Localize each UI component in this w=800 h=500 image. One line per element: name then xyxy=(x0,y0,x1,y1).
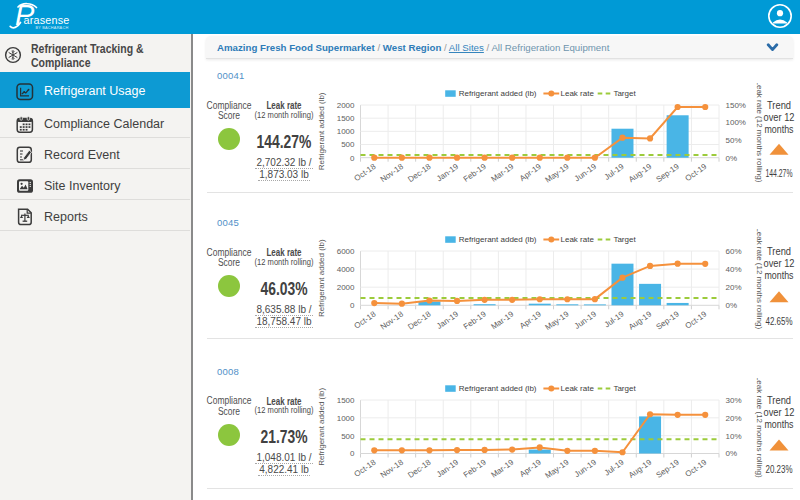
svg-text:Feb-19: Feb-19 xyxy=(462,161,488,183)
svg-text:Apr-19: Apr-19 xyxy=(518,161,543,182)
svg-text:0: 0 xyxy=(350,449,355,458)
svg-text:Trend: Trend xyxy=(767,394,791,405)
svg-text:Apr-19: Apr-19 xyxy=(518,457,543,478)
svg-text:May-19: May-19 xyxy=(543,309,570,332)
svg-text:Nov-18: Nov-18 xyxy=(379,161,406,183)
svg-text:Oct-19: Oct-19 xyxy=(684,457,709,478)
svg-text:Mar-19: Mar-19 xyxy=(489,309,515,331)
svg-text:0: 0 xyxy=(350,153,355,162)
svg-text:over 12: over 12 xyxy=(764,257,795,268)
svg-text:over 12: over 12 xyxy=(764,406,795,417)
svg-text:Dec-18: Dec-18 xyxy=(406,309,433,331)
svg-text:20%: 20% xyxy=(726,414,742,423)
svg-text:over 12: over 12 xyxy=(764,111,795,122)
svg-text:Leak rate (12 months rolling): Leak rate (12 months rolling) xyxy=(755,83,764,183)
svg-text:20.23%: 20.23% xyxy=(766,464,793,475)
svg-text:Jul-19: Jul-19 xyxy=(603,309,626,329)
svg-text:months: months xyxy=(765,418,794,429)
svg-text:0: 0 xyxy=(350,301,355,310)
svg-text:Jul-19: Jul-19 xyxy=(603,457,626,477)
svg-text:Trend: Trend xyxy=(767,99,791,110)
svg-text:40%: 40% xyxy=(726,265,742,274)
svg-text:Jan-19: Jan-19 xyxy=(435,457,461,479)
svg-text:Dec-18: Dec-18 xyxy=(406,161,433,183)
svg-text:Trend: Trend xyxy=(767,245,791,256)
svg-text:May-19: May-19 xyxy=(543,161,570,184)
svg-text:42.65%: 42.65% xyxy=(766,315,793,326)
svg-text:Refrigerant added (lb): Refrigerant added (lb) xyxy=(317,92,326,170)
svg-text:Sep-19: Sep-19 xyxy=(654,457,681,479)
svg-text:500: 500 xyxy=(341,140,355,149)
svg-text:Refrigerant added (lb): Refrigerant added (lb) xyxy=(317,238,326,316)
svg-text:months: months xyxy=(765,123,794,134)
svg-text:May-19: May-19 xyxy=(543,457,570,480)
svg-text:Oct-18: Oct-18 xyxy=(353,457,378,478)
svg-text:Leak rate (12 months rolling): Leak rate (12 months rolling) xyxy=(755,229,764,329)
svg-text:0%: 0% xyxy=(726,153,738,162)
svg-text:0%: 0% xyxy=(726,301,738,310)
svg-text:Nov-18: Nov-18 xyxy=(379,457,406,479)
svg-text:20%: 20% xyxy=(726,283,742,292)
svg-text:60%: 60% xyxy=(726,246,742,255)
svg-text:Refrigerant added (lb): Refrigerant added (lb) xyxy=(317,387,326,465)
svg-text:Oct-18: Oct-18 xyxy=(353,161,378,182)
svg-text:Mar-19: Mar-19 xyxy=(489,161,515,183)
svg-text:Oct-18: Oct-18 xyxy=(353,309,378,330)
svg-text:arasense: arasense xyxy=(24,14,70,26)
svg-text:Refrigerant added (lb): Refrigerant added (lb) xyxy=(459,235,537,244)
svg-text:Jun-19: Jun-19 xyxy=(573,457,599,479)
svg-text:1000: 1000 xyxy=(337,414,355,423)
svg-text:Sep-19: Sep-19 xyxy=(654,161,681,183)
svg-text:Apr-19: Apr-19 xyxy=(518,309,543,330)
svg-text:1500: 1500 xyxy=(337,396,355,405)
svg-text:months: months xyxy=(765,269,794,280)
svg-text:0%: 0% xyxy=(726,449,738,458)
svg-text:10%: 10% xyxy=(726,431,742,440)
svg-text:150%: 150% xyxy=(726,101,746,110)
svg-text:1500: 1500 xyxy=(337,114,355,123)
svg-text:4000: 4000 xyxy=(337,265,355,274)
svg-text:144.27%: 144.27% xyxy=(766,168,793,179)
svg-text:6000: 6000 xyxy=(337,246,355,255)
svg-text:Feb-19: Feb-19 xyxy=(462,309,488,331)
svg-text:Jan-19: Jan-19 xyxy=(435,309,461,331)
svg-text:Target: Target xyxy=(613,235,636,244)
svg-text:Leak rate (12 months rolling): Leak rate (12 months rolling) xyxy=(755,378,764,478)
svg-text:Aug-19: Aug-19 xyxy=(627,161,654,183)
svg-text:Nov-18: Nov-18 xyxy=(379,309,406,331)
svg-text:Feb-19: Feb-19 xyxy=(462,457,488,479)
svg-text:100%: 100% xyxy=(726,118,746,127)
svg-text:500: 500 xyxy=(341,431,355,440)
svg-text:Refrigerant added (lb): Refrigerant added (lb) xyxy=(459,89,537,98)
svg-text:Jul-19: Jul-19 xyxy=(603,161,626,181)
svg-text:Aug-19: Aug-19 xyxy=(627,309,654,331)
svg-text:Leak rate: Leak rate xyxy=(561,235,595,244)
svg-text:Mar-19: Mar-19 xyxy=(489,457,515,479)
svg-text:Jun-19: Jun-19 xyxy=(573,309,599,331)
svg-text:Oct-19: Oct-19 xyxy=(684,161,709,182)
svg-text:Refrigerant added (lb): Refrigerant added (lb) xyxy=(459,384,537,393)
svg-text:Oct-19: Oct-19 xyxy=(684,309,709,330)
svg-text:Jun-19: Jun-19 xyxy=(573,161,599,183)
svg-text:Leak rate: Leak rate xyxy=(561,89,595,98)
svg-text:1000: 1000 xyxy=(337,127,355,136)
svg-text:BY BACHARACH: BY BACHARACH xyxy=(36,26,69,30)
svg-text:Jan-19: Jan-19 xyxy=(435,161,461,183)
svg-text:Target: Target xyxy=(613,89,636,98)
svg-text:Aug-19: Aug-19 xyxy=(627,457,654,479)
svg-text:2000: 2000 xyxy=(337,101,355,110)
svg-text:30%: 30% xyxy=(726,396,742,405)
svg-text:Leak rate: Leak rate xyxy=(561,384,595,393)
svg-text:Sep-19: Sep-19 xyxy=(654,309,681,331)
svg-text:Target: Target xyxy=(613,384,636,393)
svg-text:Dec-18: Dec-18 xyxy=(406,457,433,479)
svg-text:2000: 2000 xyxy=(337,283,355,292)
svg-text:50%: 50% xyxy=(726,136,742,145)
